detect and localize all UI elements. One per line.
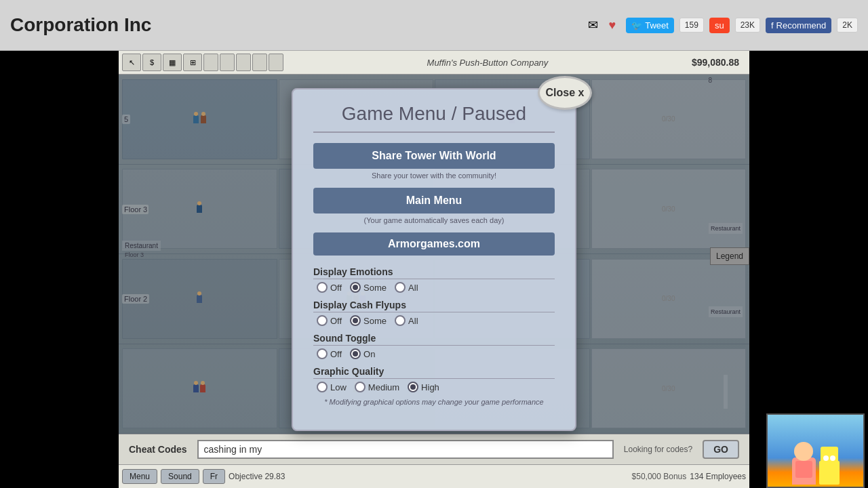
cash-flyups-all-option[interactable]: All [395,315,418,326]
stumble-count: 23K [735,18,760,33]
menu-title: Game Menu / Paused [313,103,555,133]
toolbar-floor-btn[interactable]: ▦ [163,54,182,71]
game-bottom-bar: Menu Sound Fr Objective 29.83 $50,000 Bo… [119,464,749,488]
stumbleupon-button[interactable]: su [709,18,730,33]
quality-setting: Graphic Quality Low Medium High * [313,366,555,406]
corner-image [766,413,865,488]
objective-text: Objective 29.83 [229,472,285,481]
toolbar-btn7[interactable] [236,54,251,71]
cash-flyups-all-radio[interactable] [395,315,406,326]
facebook-button[interactable]: f Recommend [766,18,831,33]
sound-off-option[interactable]: Off [317,348,342,359]
modal-overlay: Close x Game Menu / Paused Share Tower W… [119,75,749,434]
quality-medium-option[interactable]: Medium [355,382,399,392]
emotions-off-option[interactable]: Off [317,282,342,293]
toolbar-btn9[interactable] [269,54,283,71]
emotions-some-option[interactable]: Some [350,282,387,293]
cash-flyups-label: Display Cash Flyups [313,300,555,312]
close-button[interactable]: Close x [538,76,592,110]
quality-radio-group: Low Medium High [313,382,555,392]
emotions-label: Display Emotions [313,266,555,279]
quality-high-radio[interactable] [408,382,418,392]
bonus-text: $50,000 Bonus [632,472,687,481]
share-subtitle: Share your tower with the community! [313,171,555,180]
main-menu-button[interactable]: Main Menu [313,188,555,214]
money-display: $99,080.88 [692,57,746,68]
sound-off-radio[interactable] [317,348,328,359]
share-tower-button[interactable]: Share Tower With World [313,143,555,169]
sound-label: Sound Toggle [313,333,555,346]
email-icon: ✉ [588,18,598,33]
quality-label: Graphic Quality [313,366,555,379]
performance-note: * Modifying graphical options may change… [313,398,555,406]
game-area: 0/30 0/30 [119,51,749,488]
toolbar-btn5[interactable] [203,54,218,71]
cash-flyups-off-option[interactable]: Off [317,315,342,326]
toolbar-build-btn[interactable]: ⊞ [183,54,202,71]
game-toolbar: ↖ $ ▦ ⊞ Muffin's Push-Button Company $99… [119,51,749,75]
emotions-off-radio[interactable] [317,282,328,293]
cash-flyups-setting: Display Cash Flyups Off Some All [313,300,555,326]
quality-high-option[interactable]: High [408,382,439,392]
looking-for-codes: Looking for codes? [624,445,692,454]
cheat-input[interactable] [197,440,614,459]
browser-chrome: Corporation Inc ✉ ♥ 🐦 Tweet 159 su 23K f… [0,0,868,51]
quality-low-radio[interactable] [317,382,328,392]
toolbar-cursor-btn[interactable]: ↖ [122,54,141,71]
fb-count: 2K [837,18,858,33]
heart-icon: ♥ [608,18,616,33]
sound-radio-group: Off On [313,348,555,359]
cash-flyups-radio-group: Off Some All [313,315,555,326]
armorgames-button[interactable]: Armorgames.com [313,232,555,256]
cheat-bar: Cheat Codes Looking for codes? GO [119,434,749,464]
toolbar-btn6[interactable] [220,54,235,71]
sound-button[interactable]: Sound [161,469,199,484]
cash-flyups-some-option[interactable]: Some [350,315,387,326]
main-menu-subtitle: (Your game automatically saves each day) [313,216,555,224]
stumble-icon: su [715,20,724,30]
sound-on-radio[interactable] [350,348,361,359]
employees-text: 134 Employees [690,472,746,481]
facebook-icon: f [771,20,774,30]
sound-on-option[interactable]: On [350,348,375,359]
quality-low-option[interactable]: Low [317,382,347,392]
quality-medium-radio[interactable] [355,382,366,392]
toolbar-dollar-btn[interactable]: $ [142,54,161,71]
emotions-all-radio[interactable] [395,282,406,293]
emotions-radio-group: Off Some All [313,282,555,293]
emotions-all-option[interactable]: All [395,282,418,293]
fr-button[interactable]: Fr [203,469,225,484]
emotions-setting: Display Emotions Off Some All [313,266,555,293]
twitter-icon: 🐦 [631,20,642,30]
company-name: Muffin's Push-Button Company [285,58,690,68]
cash-flyups-off-radio[interactable] [317,315,328,326]
cash-flyups-some-radio[interactable] [350,315,361,326]
sound-setting: Sound Toggle Off On [313,333,555,359]
tweet-count: 159 [679,18,704,33]
menu-button[interactable]: Menu [122,469,157,484]
social-buttons: 🐦 Tweet 159 su 23K f Recommend 2K [626,18,858,33]
emotions-some-radio[interactable] [350,282,361,293]
go-button[interactable]: GO [703,440,739,459]
tweet-button[interactable]: 🐦 Tweet [626,18,674,33]
game-menu-dialog: Close x Game Menu / Paused Share Tower W… [292,88,576,431]
toolbar-btn8[interactable] [252,54,267,71]
site-title: Corporation Inc [10,14,578,36]
cheat-label: Cheat Codes [129,444,187,455]
